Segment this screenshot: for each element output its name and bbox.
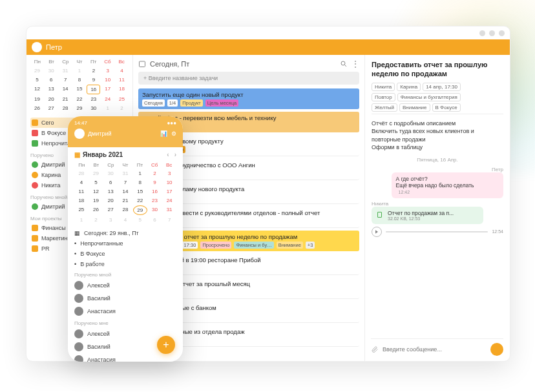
fab-add-button[interactable]: + bbox=[157, 336, 175, 354]
next-month-icon[interactable]: › bbox=[174, 151, 176, 158]
detail-pill[interactable]: Повтор bbox=[372, 93, 395, 101]
calendar-day[interactable]: 4 bbox=[115, 67, 129, 75]
calendar-day[interactable]: 29 bbox=[30, 67, 44, 75]
calendar-day[interactable]: 11 bbox=[74, 187, 89, 196]
calendar-day[interactable]: 7 bbox=[162, 216, 176, 224]
calendar-day[interactable]: 3 bbox=[103, 216, 118, 224]
gear-icon[interactable]: ⚙ bbox=[171, 130, 176, 137]
minimize-icon[interactable] bbox=[479, 30, 485, 36]
calendar-grid[interactable]: 2930311234567891011121314151617181920212… bbox=[30, 67, 129, 112]
attach-icon[interactable] bbox=[371, 346, 379, 353]
calendar-day[interactable]: 7 bbox=[118, 178, 132, 187]
calendar-day[interactable]: 6 bbox=[45, 76, 58, 84]
calendar-day[interactable]: 22 bbox=[133, 196, 147, 205]
calendar-day[interactable]: 1 bbox=[73, 67, 87, 75]
calendar-day[interactable]: 5 bbox=[133, 216, 147, 224]
calendar-day[interactable]: 2 bbox=[87, 67, 100, 75]
detail-pill[interactable]: Финансы и бухгалтерия bbox=[397, 93, 461, 101]
calendar-day[interactable]: 1 bbox=[101, 104, 114, 112]
mobile-person[interactable]: Анастасия bbox=[74, 353, 176, 362]
calendar-day[interactable]: 23 bbox=[148, 196, 162, 205]
chat-bubble[interactable]: А где отчёт? Ещё вчера надо было сделать… bbox=[392, 172, 503, 198]
calendar-day[interactable]: 19 bbox=[89, 196, 103, 205]
month-selector[interactable]: ▦ Январь 2021 ‹ › bbox=[68, 147, 183, 162]
calendar-day[interactable]: 21 bbox=[118, 196, 132, 205]
mobile-nav-item[interactable]: •В Фокусе bbox=[74, 249, 176, 259]
calendar-day[interactable]: 28 bbox=[118, 205, 132, 215]
more-icon[interactable]: ⋮ bbox=[351, 60, 359, 68]
calendar-day[interactable]: 8 bbox=[133, 178, 147, 187]
today-label[interactable]: ▦ Сегодня: 29 янв., Пт bbox=[74, 228, 176, 238]
calendar-day[interactable]: 31 bbox=[118, 169, 132, 178]
close-icon[interactable] bbox=[499, 30, 505, 36]
calendar-day[interactable]: 24 bbox=[162, 196, 176, 205]
calendar-day[interactable]: 27 bbox=[45, 104, 58, 112]
detail-pill[interactable]: В Фокусе bbox=[432, 103, 461, 112]
mobile-nav-item[interactable]: •В работе bbox=[74, 259, 176, 269]
chat-attachment[interactable]: Отчет по продажам за п... 32.02 KB, 12:5… bbox=[372, 207, 483, 224]
calendar-day[interactable]: 20 bbox=[103, 196, 118, 205]
calendar-day[interactable]: 8 bbox=[73, 76, 87, 84]
calendar-day[interactable]: 22 bbox=[73, 95, 87, 103]
search-icon[interactable] bbox=[340, 60, 348, 68]
calendar-day[interactable]: 30 bbox=[148, 205, 162, 215]
mobile-person[interactable]: Алексей bbox=[74, 279, 176, 292]
maximize-icon[interactable] bbox=[489, 30, 495, 36]
calendar-day[interactable]: 13 bbox=[103, 187, 118, 196]
detail-pill[interactable]: Внимание bbox=[399, 103, 430, 112]
calendar-day[interactable]: 29 bbox=[133, 205, 147, 215]
calendar-day[interactable]: 6 bbox=[148, 216, 162, 224]
mobile-person[interactable]: Анастасия bbox=[74, 305, 176, 318]
calendar-day[interactable]: 20 bbox=[45, 95, 58, 103]
calendar-day[interactable]: 25 bbox=[74, 205, 89, 215]
calendar-day[interactable]: 2 bbox=[89, 216, 103, 224]
calendar-day[interactable]: 9 bbox=[87, 76, 100, 84]
calendar-day[interactable]: 6 bbox=[103, 178, 118, 187]
calendar-day[interactable]: 12 bbox=[89, 187, 103, 196]
calendar-day[interactable]: 5 bbox=[89, 178, 103, 187]
calendar-day[interactable]: 1 bbox=[74, 216, 89, 224]
calendar-day[interactable]: 16 bbox=[148, 187, 162, 196]
avatar[interactable] bbox=[74, 129, 85, 139]
calendar-day[interactable]: 26 bbox=[89, 205, 103, 215]
detail-pill[interactable]: Никита bbox=[372, 83, 395, 91]
calendar-day[interactable]: 31 bbox=[162, 205, 176, 215]
calendar-day[interactable]: 2 bbox=[115, 104, 129, 112]
calendar-day[interactable]: 16 bbox=[87, 85, 100, 94]
calendar-day[interactable]: 9 bbox=[148, 178, 162, 187]
calendar-day[interactable]: 3 bbox=[101, 67, 114, 75]
calendar-day[interactable]: 5 bbox=[30, 76, 44, 84]
calendar-day[interactable]: 1 bbox=[133, 169, 147, 178]
detail-pill[interactable]: 14 апр, 17:30 bbox=[423, 83, 461, 91]
calendar-day[interactable]: 23 bbox=[87, 95, 100, 103]
calendar-day[interactable]: 4 bbox=[118, 216, 132, 224]
calendar-day[interactable]: 28 bbox=[74, 169, 89, 178]
calendar-grid[interactable]: 2829303112345678910111213141516171819202… bbox=[68, 168, 183, 225]
send-button[interactable] bbox=[490, 343, 503, 356]
calendar-day[interactable]: 29 bbox=[73, 104, 87, 112]
calendar-day[interactable]: 13 bbox=[45, 85, 58, 94]
new-task-input[interactable]: + Введите название задачи bbox=[138, 72, 359, 85]
calendar-day[interactable]: 27 bbox=[103, 205, 118, 215]
play-button[interactable] bbox=[372, 227, 382, 237]
message-input[interactable] bbox=[383, 346, 487, 353]
calendar-day[interactable]: 4 bbox=[74, 178, 89, 187]
calendar-day[interactable]: 28 bbox=[59, 104, 72, 112]
calendar-day[interactable]: 29 bbox=[89, 169, 103, 178]
calendar-day[interactable]: 31 bbox=[59, 67, 72, 75]
avatar[interactable] bbox=[32, 42, 42, 52]
calendar-day[interactable]: 12 bbox=[30, 85, 44, 94]
calendar-day[interactable]: 30 bbox=[45, 67, 58, 75]
chart-icon[interactable]: 📊 bbox=[160, 130, 167, 137]
calendar-day[interactable]: 15 bbox=[73, 85, 87, 94]
calendar-day[interactable]: 17 bbox=[101, 85, 114, 94]
calendar-day[interactable]: 10 bbox=[162, 178, 176, 187]
calendar-day[interactable]: 11 bbox=[115, 76, 129, 84]
calendar-day[interactable]: 14 bbox=[59, 85, 72, 94]
prev-month-icon[interactable]: ‹ bbox=[167, 151, 169, 158]
mobile-person[interactable]: Василий bbox=[74, 292, 176, 305]
calendar-day[interactable]: 7 bbox=[59, 76, 72, 84]
calendar-day[interactable]: 14 bbox=[118, 187, 132, 196]
calendar-day[interactable]: 26 bbox=[30, 104, 44, 112]
calendar-day[interactable]: 15 bbox=[133, 187, 147, 196]
